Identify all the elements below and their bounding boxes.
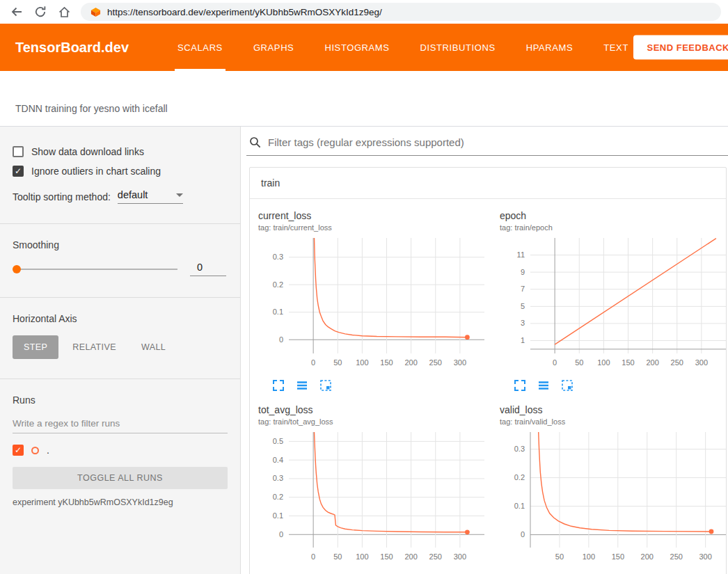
svg-text:200: 200 xyxy=(404,358,417,367)
chevron-down-icon xyxy=(176,193,183,197)
svg-text:0.3: 0.3 xyxy=(273,253,283,261)
line-chart-tot-avg-loss[interactable]: 00.10.20.30.40.5050100150200250300 xyxy=(258,429,491,566)
svg-text:0.2: 0.2 xyxy=(273,280,283,289)
charts-grid: current_loss tag: train/current_loss 00.… xyxy=(250,199,726,574)
svg-text:100: 100 xyxy=(356,552,368,561)
svg-text:0.4: 0.4 xyxy=(273,456,283,464)
axis-relative-button[interactable]: RELATIVE xyxy=(61,335,127,359)
run-row[interactable]: . xyxy=(13,445,228,456)
svg-text:1: 1 xyxy=(521,336,525,344)
home-icon[interactable] xyxy=(54,2,74,22)
slider-thumb[interactable] xyxy=(13,265,21,273)
chart-title: valid_loss xyxy=(500,404,728,415)
chart-card-valid-loss: valid_loss tag: train/valid_loss 00.10.2… xyxy=(500,404,728,574)
svg-text:100: 100 xyxy=(583,552,595,561)
svg-text:150: 150 xyxy=(612,552,624,561)
divider xyxy=(0,297,240,298)
svg-text:0.5: 0.5 xyxy=(273,437,283,445)
fullscreen-icon[interactable] xyxy=(272,379,285,392)
svg-text:250: 250 xyxy=(671,358,683,367)
svg-text:100: 100 xyxy=(597,358,610,367)
brand-title: TensorBoard.dev xyxy=(15,40,129,56)
url-text[interactable]: https://tensorboard.dev/experiment/yKUbh… xyxy=(107,7,382,17)
svg-text:0.1: 0.1 xyxy=(514,502,525,510)
svg-text:0: 0 xyxy=(311,358,315,367)
chart-title: epoch xyxy=(500,210,728,221)
tooltip-sorting-select[interactable]: default xyxy=(118,189,183,204)
svg-text:11: 11 xyxy=(517,250,525,259)
ignore-outliers-checkbox[interactable]: Ignore outliers in chart scaling xyxy=(13,166,228,177)
tab-hparams[interactable]: HPARAMS xyxy=(511,24,589,71)
chart-title: tot_avg_loss xyxy=(258,404,491,415)
refresh-icon[interactable] xyxy=(31,2,50,22)
chart-card-epoch: epoch tag: train/epoch 13579110501001502… xyxy=(500,210,728,392)
toggle-all-runs-button[interactable]: TOGGLE ALL RUNS xyxy=(13,467,228,489)
data-series-icon[interactable] xyxy=(537,379,550,392)
send-feedback-button[interactable]: SEND FEEDBACK xyxy=(633,35,728,60)
tooltip-sorting-value: default xyxy=(118,189,148,200)
svg-text:50: 50 xyxy=(575,358,583,367)
chart-card-current-loss: current_loss tag: train/current_loss 00.… xyxy=(258,210,491,392)
svg-text:200: 200 xyxy=(404,552,417,561)
line-chart-current-loss[interactable]: 00.10.20.3050100150200250300 xyxy=(258,234,491,372)
svg-text:300: 300 xyxy=(699,552,711,561)
tab-distributions[interactable]: DISTRIBUTIONS xyxy=(405,24,511,71)
filter-tags-row xyxy=(246,134,728,156)
browser-chrome: https://tensorboard.dev/experiment/yKUbh… xyxy=(0,0,728,24)
svg-text:0: 0 xyxy=(553,358,557,367)
svg-text:300: 300 xyxy=(454,358,466,367)
runs-label: Runs xyxy=(13,394,228,406)
tag-group-header[interactable]: train xyxy=(250,168,726,199)
back-icon[interactable] xyxy=(7,2,26,22)
divider xyxy=(0,378,240,379)
horizontal-axis-group: STEP RELATIVE WALL xyxy=(13,335,228,359)
axis-step-button[interactable]: STEP xyxy=(13,335,58,359)
svg-text:9: 9 xyxy=(521,268,525,276)
fit-domain-icon[interactable] xyxy=(561,379,573,392)
run-name: . xyxy=(47,445,49,456)
smoothing-value-field[interactable]: 0 xyxy=(190,262,226,276)
checkbox-checked-icon xyxy=(13,166,24,177)
svg-text:250: 250 xyxy=(670,552,683,561)
axis-wall-button[interactable]: WALL xyxy=(130,335,177,359)
filter-tags-input[interactable] xyxy=(268,136,724,148)
svg-text:200: 200 xyxy=(646,358,658,367)
chart-toolbar xyxy=(258,566,491,574)
chart-tag: tag: train/tot_avg_loss xyxy=(258,417,491,426)
data-series-icon[interactable] xyxy=(296,379,308,392)
checkbox-unchecked-icon xyxy=(13,146,24,157)
tag-group-card: train current_loss tag: train/current_lo… xyxy=(249,167,727,574)
svg-text:3: 3 xyxy=(521,319,525,327)
svg-text:250: 250 xyxy=(429,358,442,367)
svg-text:300: 300 xyxy=(454,552,466,561)
svg-text:7: 7 xyxy=(521,285,525,293)
fullscreen-icon[interactable] xyxy=(514,379,526,392)
svg-text:0.3: 0.3 xyxy=(273,474,283,482)
url-bar[interactable]: https://tensorboard.dev/experiment/yKUbh… xyxy=(81,3,721,21)
fit-domain-icon[interactable] xyxy=(319,379,332,392)
svg-text:0.1: 0.1 xyxy=(273,511,283,520)
tab-histograms[interactable]: HISTOGRAMS xyxy=(309,24,404,71)
run-color-swatch-icon xyxy=(31,447,39,454)
checkbox-label: Show data download links xyxy=(31,146,144,157)
chart-tag: tag: train/current_loss xyxy=(258,223,491,232)
run-checkbox-icon[interactable] xyxy=(13,445,24,456)
line-chart-valid-loss[interactable]: 00.10.20.350100150200250300 xyxy=(500,429,728,566)
svg-text:0: 0 xyxy=(279,335,283,344)
horizontal-axis-label: Horizontal Axis xyxy=(13,313,228,324)
svg-text:0: 0 xyxy=(311,552,315,561)
experiment-caption: experiment yKUbhb5wRmOSXYkId1z9eg xyxy=(13,497,228,507)
tab-scalars[interactable]: SCALARS xyxy=(162,24,238,71)
svg-text:150: 150 xyxy=(380,358,393,367)
svg-text:150: 150 xyxy=(622,358,634,367)
smoothing-slider[interactable] xyxy=(14,269,177,270)
chart-tag: tag: train/valid_loss xyxy=(500,417,728,426)
svg-text:200: 200 xyxy=(641,552,654,561)
show-download-links-checkbox[interactable]: Show data download links xyxy=(13,146,228,157)
runs-filter-input[interactable] xyxy=(13,414,228,433)
search-icon xyxy=(249,136,261,148)
line-chart-epoch[interactable]: 1357911050100150200250300 xyxy=(500,234,728,372)
svg-text:0: 0 xyxy=(279,530,283,539)
tab-graphs[interactable]: GRAPHS xyxy=(238,24,310,71)
nav-tabs: SCALARS GRAPHS HISTOGRAMS DISTRIBUTIONS … xyxy=(162,24,644,71)
